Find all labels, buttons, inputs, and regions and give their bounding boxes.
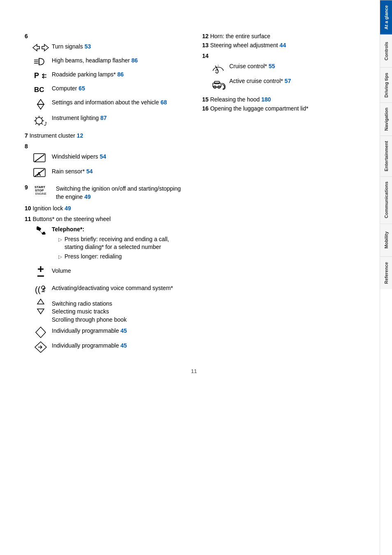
radio-arrows-icon xyxy=(33,298,48,315)
cruise-control-page[interactable]: 55 xyxy=(269,63,275,69)
item-computer: BC Computer 65 xyxy=(33,84,186,95)
page-container: 6 Turn signals 53 xyxy=(0,0,392,555)
section-16: 16 Opening the luggage compartment lid* xyxy=(202,105,363,112)
section-16-num: 16 xyxy=(202,105,209,112)
tab-controls[interactable]: Controls xyxy=(380,35,392,67)
item-high-beams: High beams, headlamp flasher 86 xyxy=(33,56,186,67)
cruise-control-text: Cruise control* 55 xyxy=(229,62,363,71)
cruise-control-icon xyxy=(210,62,226,74)
windshield-wipers-text: Windshield wipers 54 xyxy=(52,152,186,161)
computer-icon: BC xyxy=(33,84,48,95)
item-instrument-lighting: J Instrument lighting 87 xyxy=(33,113,186,127)
section-9-page[interactable]: 49 xyxy=(84,193,91,200)
svg-line-20 xyxy=(35,123,37,124)
svg-text:J: J xyxy=(44,121,47,127)
active-cruise-page[interactable]: 57 xyxy=(285,78,291,84)
section-10-text: Ignition lock xyxy=(32,205,65,212)
diamond-2-page[interactable]: 45 xyxy=(120,342,127,349)
settings-text: Settings and information about the vehic… xyxy=(52,98,186,107)
sidebar-tabs: At a glance Controls Driving tips Naviga… xyxy=(380,0,392,555)
item-diamond-1: Individually programmable 45 xyxy=(33,326,186,339)
volume-text: Volume xyxy=(52,265,186,275)
section-7-num: 7 xyxy=(25,132,28,139)
telephone-sub-1: ▷ Press briefly: receiving and ending a … xyxy=(58,235,186,251)
item-parking-lamps: P Roadside parking lamps* 86 xyxy=(33,70,186,81)
page-number: 11 xyxy=(25,368,363,374)
high-beams-icon xyxy=(33,56,48,67)
section-7-page[interactable]: 12 xyxy=(77,132,83,139)
section-6-num: 6 xyxy=(25,33,28,39)
parking-lamps-page[interactable]: 86 xyxy=(118,71,124,78)
turn-signals-page[interactable]: 53 xyxy=(85,43,91,50)
tab-reference[interactable]: Reference xyxy=(380,256,392,289)
section-15-page[interactable]: 180 xyxy=(261,96,271,103)
svg-line-19 xyxy=(42,117,43,118)
section-14-num: 14 xyxy=(202,53,209,59)
telephone-text: Telephone*: ▷ Press briefly: receiving a… xyxy=(52,225,186,262)
computer-page[interactable]: 65 xyxy=(78,85,85,92)
section-15-text: Releasing the hood xyxy=(210,96,261,103)
parking-lamps-text: Roadside parking lamps* 86 xyxy=(52,70,186,79)
section-10: 10 Ignition lock 49 xyxy=(25,205,186,212)
tab-driving-tips[interactable]: Driving tips xyxy=(380,67,392,103)
svg-marker-11 xyxy=(37,104,44,109)
windshield-wipers-icon xyxy=(33,152,48,164)
high-beams-page[interactable]: 86 xyxy=(131,57,138,64)
instrument-lighting-text: Instrument lighting 87 xyxy=(52,113,186,122)
tab-entertainment[interactable]: Entertainment xyxy=(380,136,392,176)
section-13-num: 13 xyxy=(202,42,209,48)
tab-at-a-glance[interactable]: At a glance xyxy=(380,0,392,35)
section-16-text: Opening the luggage compartment lid* xyxy=(210,105,308,112)
windshield-wipers-page[interactable]: 54 xyxy=(100,153,106,160)
section-12-text: Horn: the entire surface xyxy=(210,33,270,39)
rain-sensor-page[interactable]: 54 xyxy=(86,168,93,175)
item-settings: Settings and information about the vehic… xyxy=(33,98,186,111)
svg-text:STOP: STOP xyxy=(35,189,44,192)
section-13: 13 Steering wheel adjustment 44 xyxy=(202,42,363,48)
svg-text:A: A xyxy=(37,171,41,177)
svg-line-17 xyxy=(35,117,37,118)
instrument-lighting-icon: J xyxy=(33,113,48,127)
telephone-sub-2: ▷ Press longer: redialing xyxy=(58,253,186,261)
item-windshield-wipers: Windshield wipers 54 xyxy=(33,152,186,164)
rain-sensor-icon: A xyxy=(33,167,48,179)
tab-communications[interactable]: Communications xyxy=(380,176,392,223)
item-rain-sensor: A Rain sensor* 54 xyxy=(33,167,186,179)
computer-text: Computer 65 xyxy=(52,84,186,93)
item-turn-signals: Turn signals 53 xyxy=(33,42,186,53)
section-10-page[interactable]: 49 xyxy=(65,205,71,212)
main-content: 6 Turn signals 53 xyxy=(0,0,380,555)
instrument-lighting-page[interactable]: 87 xyxy=(100,115,107,121)
svg-line-18 xyxy=(42,123,43,124)
svg-point-12 xyxy=(36,117,42,124)
rain-sensor-text: Rain sensor* 54 xyxy=(52,167,186,176)
turn-signals-text: Turn signals 53 xyxy=(52,42,186,51)
section-14: 14 xyxy=(202,53,363,59)
section-7-text: Instrument cluster xyxy=(30,132,77,139)
svg-text:BC: BC xyxy=(34,86,44,94)
svg-line-23 xyxy=(35,154,44,162)
parking-lamps-icon: P xyxy=(33,70,48,81)
svg-marker-38 xyxy=(37,309,44,314)
svg-marker-37 xyxy=(37,299,44,304)
svg-marker-1 xyxy=(42,44,48,51)
telephone-icon xyxy=(33,225,48,238)
section-11-text: Buttons* on the steering wheel xyxy=(32,216,111,222)
tab-mobility[interactable]: Mobility xyxy=(380,223,392,256)
section-8-num: 8 xyxy=(25,143,28,150)
section-13-page[interactable]: 44 xyxy=(279,42,286,48)
item-telephone: Telephone*: ▷ Press briefly: receiving a… xyxy=(33,225,186,262)
radio-arrows-text: Switching radio stations Selecting music… xyxy=(52,298,186,324)
voice-command-text: Activating/deactivating voice command sy… xyxy=(52,283,186,292)
tab-navigation[interactable]: Navigation xyxy=(380,102,392,136)
settings-page[interactable]: 68 xyxy=(161,99,167,106)
high-beams-text: High beams, headlamp flasher 86 xyxy=(52,56,186,65)
svg-text:ENGINE: ENGINE xyxy=(35,192,46,195)
item-active-cruise: Active cruise control* 57 xyxy=(210,76,363,90)
item-diamond-2: Individually programmable 45 xyxy=(33,341,186,353)
diamond-1-page[interactable]: 45 xyxy=(120,327,127,334)
item-voice-command: (( Activating/deactivating voice command… xyxy=(33,283,186,296)
section-15-num: 15 xyxy=(202,96,209,103)
volume-icon xyxy=(33,265,48,281)
section-8: 8 xyxy=(25,143,186,150)
